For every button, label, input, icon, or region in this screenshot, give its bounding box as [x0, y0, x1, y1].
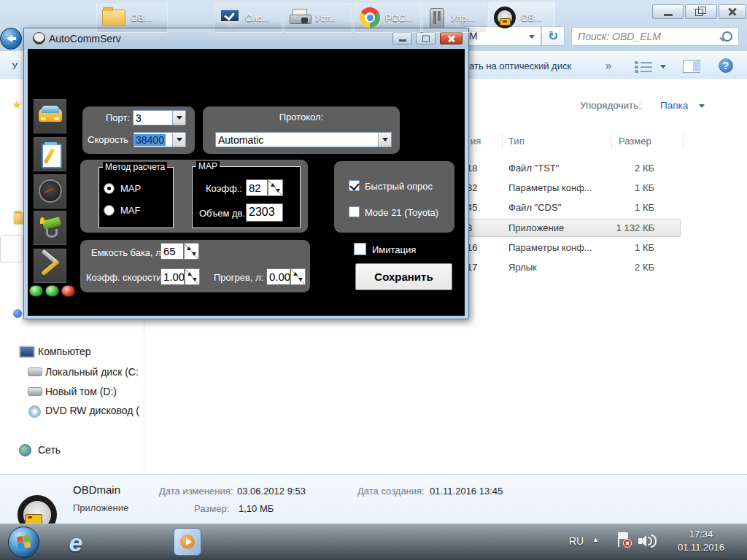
organize-button-fragment[interactable]: У: [12, 60, 18, 73]
volume-input[interactable]: 2303: [246, 203, 283, 222]
search-placeholder: Поиск: OBD_ELM: [578, 31, 661, 42]
taskbar-folder-button[interactable]: ОВ...: [96, 2, 168, 33]
explorer-minimize-button[interactable]: [652, 4, 684, 19]
volume-label: Объем дв.:: [199, 208, 248, 219]
computer-icon: [19, 346, 35, 358]
warmup-input[interactable]: 0.00: [266, 268, 290, 285]
obd-badge: [500, 18, 511, 26]
column-separator[interactable]: [502, 133, 503, 149]
gauge-app-icon: [33, 32, 45, 44]
radio-map[interactable]: [104, 183, 115, 194]
protocol-combo[interactable]: Automatic: [215, 132, 392, 147]
nav-item-network[interactable]: Сеть: [38, 443, 61, 457]
start-button[interactable]: [8, 526, 39, 558]
tray-show-hidden-icon[interactable]: ▲: [592, 536, 599, 543]
preview-pane-icon[interactable]: [683, 60, 700, 73]
file-type[interactable]: Ярлык: [508, 260, 537, 275]
toolbar-more-chevron[interactable]: »: [605, 59, 611, 72]
dialog-maximize-button[interactable]: [416, 32, 436, 44]
tank-spinner[interactable]: [184, 243, 199, 260]
tank-input[interactable]: 65: [160, 243, 184, 260]
speed-coeff-input[interactable]: 1.00: [160, 268, 185, 285]
taskbar-manage-button[interactable]: Упр...: [422, 2, 487, 33]
notepad-button[interactable]: [34, 137, 66, 171]
fast-poll-checkbox[interactable]: [349, 180, 360, 191]
arrange-dropdown-icon[interactable]: [699, 104, 705, 108]
details-file-type: Приложение: [73, 502, 128, 513]
tray-time: 17:34: [660, 529, 742, 540]
explorer-restore-button[interactable]: [685, 4, 717, 19]
warmup-spinner[interactable]: [290, 268, 306, 285]
mode21-checkbox[interactable]: [349, 206, 360, 217]
arrange-by-value[interactable]: Папка: [660, 100, 688, 111]
view-options-icon[interactable]: [635, 61, 654, 72]
dialog-close-button[interactable]: [440, 32, 462, 44]
save-button[interactable]: Сохранить: [355, 263, 452, 290]
minimize-icon: [399, 39, 406, 42]
column-header-modified-fragment[interactable]: ия: [471, 136, 481, 147]
method-group-caption: Метод расчета: [103, 162, 167, 172]
nav-item-disk-d[interactable]: Новый том (D:): [45, 385, 117, 399]
coeff-spinner[interactable]: [268, 179, 283, 196]
fuel-button[interactable]: [34, 211, 66, 245]
taskbar-chrome-button[interactable]: РСС...: [354, 2, 421, 33]
volume-speaker-icon[interactable]: [638, 534, 656, 548]
details-modified-label: Дата изменения:: [159, 486, 233, 497]
coeff-input[interactable]: 82: [246, 179, 268, 196]
view-options-dropdown-icon[interactable]: [660, 65, 666, 69]
speed-coeff-spinner[interactable]: [185, 268, 200, 285]
taskbar-obd-button[interactable]: ОВ...: [488, 2, 555, 33]
taskbar: [0, 524, 747, 560]
column-header-size[interactable]: Размер: [619, 136, 651, 147]
map-group-caption: MAP: [196, 161, 220, 171]
favorites-star-icon-fragment: ★: [12, 98, 22, 112]
radio-maf[interactable]: [104, 205, 115, 216]
speed-combo[interactable]: 38400: [133, 132, 186, 147]
help-button[interactable]: ?: [719, 58, 733, 73]
port-combo[interactable]: 3: [133, 110, 186, 125]
port-value: 3: [133, 112, 142, 124]
tray-language-indicator[interactable]: RU: [569, 535, 584, 547]
file-type[interactable]: Файл "TST": [508, 161, 559, 176]
explorer-close-button[interactable]: [719, 4, 746, 19]
column-separator[interactable]: [683, 133, 684, 149]
file-type-selected[interactable]: Приложение: [508, 221, 564, 236]
speed-dropdown-icon[interactable]: [172, 133, 185, 147]
tray-clock[interactable]: 17:34 01.11.2016: [660, 529, 742, 553]
manage-icon: [428, 7, 446, 28]
car-headlight-left: [41, 117, 46, 120]
taskbar-devices-button[interactable]: Уст...: [284, 2, 352, 33]
taskbar-system-label: Сис...: [245, 12, 270, 23]
taskbar-system-button[interactable]: Сис...: [214, 2, 282, 33]
file-type[interactable]: Параметры конф...: [508, 181, 592, 195]
dialog-client-area: Порт: 3 Скорость 38400 Протокол: Automat…: [28, 49, 465, 316]
port-dropdown-icon[interactable]: [172, 111, 185, 125]
internet-explorer-icon[interactable]: e: [61, 528, 90, 557]
search-input[interactable]: Поиск: OBD_ELM: [571, 27, 739, 46]
radio-maf-label: MAF: [120, 205, 140, 217]
local-disk-icon: [28, 368, 42, 376]
file-type[interactable]: Файл "CDS": [508, 201, 561, 215]
media-player-icon[interactable]: [174, 528, 201, 556]
address-dropdown-icon[interactable]: [529, 35, 535, 39]
file-type[interactable]: Параметры конф...: [508, 241, 592, 255]
burn-disc-button[interactable]: ать на оптический диск: [469, 60, 571, 73]
column-header-type[interactable]: Тип: [508, 136, 525, 147]
imitation-checkbox[interactable]: [354, 243, 366, 255]
action-center-flag-icon[interactable]: [616, 532, 632, 550]
back-button[interactable]: [0, 28, 22, 50]
notepad-icon: [42, 144, 62, 168]
volume-d-icon: [28, 387, 42, 396]
dialog-minimize-button[interactable]: [392, 32, 412, 44]
tools-button[interactable]: [34, 249, 66, 283]
details-size-label: Размер:: [194, 503, 229, 514]
nav-item-dvd[interactable]: DVD RW дисковод (: [45, 404, 139, 418]
button-fragment: [0, 235, 23, 262]
protocol-dropdown-icon[interactable]: [378, 133, 391, 147]
nav-item-disk-c[interactable]: Локальный диск (C:: [45, 365, 139, 379]
column-separator[interactable]: [611, 133, 612, 149]
gauge-button[interactable]: [34, 174, 66, 209]
nav-item-computer[interactable]: Компьютер: [38, 345, 90, 359]
status-led-red: [61, 285, 75, 297]
car-tool-button[interactable]: [34, 99, 66, 133]
